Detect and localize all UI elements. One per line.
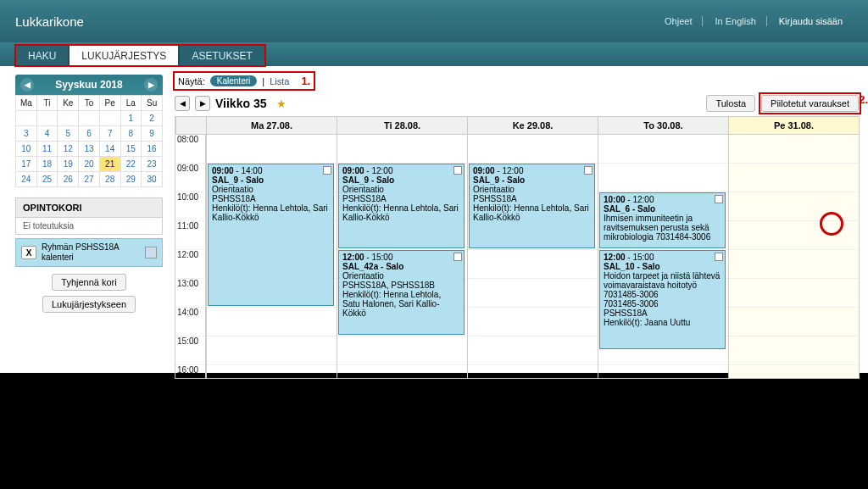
minical-day: [16, 111, 37, 126]
event-tue-1[interactable]: 09:00 - 12:00SAL_9 - SaloOrientaatioPSHS…: [338, 164, 465, 248]
minical-day[interactable]: 22: [120, 157, 142, 172]
view-label: Näytä:: [178, 76, 205, 86]
minical-day[interactable]: 8: [120, 126, 142, 142]
event-pin-icon[interactable]: [715, 195, 723, 203]
dayhead-mon: Ma 27.08.: [206, 117, 337, 135]
clear-basket-button[interactable]: Tyhjennä kori: [52, 274, 125, 291]
week-title: Viikko 35: [215, 97, 266, 110]
minical-dow: Ke: [58, 96, 79, 111]
language-link[interactable]: In English: [715, 16, 766, 26]
minical-day[interactable]: 16: [142, 142, 163, 157]
minical-day[interactable]: 24: [16, 172, 37, 187]
minical-day[interactable]: 30: [142, 172, 163, 187]
event-pin-icon[interactable]: [453, 166, 462, 175]
minical-day[interactable]: 29: [120, 172, 142, 187]
login-link[interactable]: Kirjaudu sisään: [779, 16, 853, 26]
minical-day[interactable]: 27: [79, 172, 100, 187]
day-col-wed: 09:00 - 12:00SAL_9 - SaloOrientaatioPSHS…: [467, 135, 598, 379]
minical-dow: To: [79, 96, 100, 111]
basket-remove-button[interactable]: X: [21, 246, 36, 259]
calendar-grid: Ma 27.08. Ti 28.08. Ke 29.08. To 30.08. …: [175, 116, 860, 379]
minical-day[interactable]: 21: [99, 157, 120, 172]
minical-day[interactable]: 9: [142, 126, 163, 142]
calendar-main: Näytä: Kalenteri | Lista 1. ◀ ▶ Viikko 3…: [170, 66, 868, 379]
day-col-thu: 10:00 - 12:00SAL_6 - SaloIhmisen immunit…: [598, 135, 728, 379]
event-pin-icon[interactable]: [323, 166, 331, 175]
event-wed[interactable]: 09:00 - 12:00SAL_9 - SaloOrientaatioPSHS…: [469, 164, 595, 248]
hour-label: 08:00: [175, 135, 206, 164]
minical-day[interactable]: 18: [36, 157, 58, 172]
minical-day[interactable]: 23: [142, 157, 163, 172]
basket-empty-text: Ei toteutuksia: [15, 218, 163, 235]
minical-day[interactable]: 7: [99, 126, 120, 142]
minical-day[interactable]: 3: [16, 126, 37, 142]
dayhead-fri: Pe 31.08.: [728, 117, 859, 135]
minical-prev[interactable]: ◀: [20, 78, 34, 92]
minical-dow: Ti: [36, 96, 58, 111]
event-tue-2[interactable]: 12:00 - 15:00SAL_42a - SaloOrientaatioPS…: [338, 250, 465, 335]
week-title-row: ◀ ▶ Viikko 35 ★ Tulosta Piilotetut varau…: [175, 94, 860, 113]
minical-day[interactable]: 14: [99, 142, 120, 157]
hour-label: 13:00: [175, 279, 206, 308]
add-schedule-button[interactable]: Lukujärjestykseen: [42, 296, 136, 313]
minical-day[interactable]: 28: [99, 172, 120, 187]
minical-month: Syyskuu 2018: [55, 79, 122, 91]
hour-label: 14:00: [175, 308, 206, 336]
minical-day: [99, 111, 120, 126]
dayhead-wed: Ke 29.08.: [467, 117, 598, 135]
minical-day: [79, 111, 100, 126]
minical-day[interactable]: 17: [16, 157, 37, 172]
print-button[interactable]: Tulosta: [706, 95, 755, 112]
view-toggle: Näytä: Kalenteri | Lista 1.: [175, 73, 314, 89]
minical-day[interactable]: 1: [120, 111, 142, 126]
minical-day[interactable]: 5: [58, 126, 79, 142]
minical-day[interactable]: 13: [79, 142, 100, 157]
basket-item-label: Ryhmän PSHSS18A kalenteri: [42, 242, 140, 263]
event-pin-icon[interactable]: [453, 253, 462, 261]
day-col-mon: 09:00 - 14:00SAL_9 - SaloOrientaatioPSHS…: [206, 135, 337, 379]
basket-item-icon[interactable]: [145, 247, 157, 258]
minical-day[interactable]: 15: [120, 142, 142, 157]
view-calendar-pill[interactable]: Kalenteri: [210, 75, 257, 86]
minical-day[interactable]: 19: [58, 157, 79, 172]
dayhead-thu: To 30.08.: [598, 117, 728, 135]
app-header: Lukkarikone Ohjeet In English Kirjaudu s…: [0, 0, 868, 42]
minical-day[interactable]: 6: [79, 126, 100, 142]
brand-title: Lukkarikone: [15, 14, 84, 29]
event-mon[interactable]: 09:00 - 14:00SAL_9 - SaloOrientaatioPSHS…: [208, 164, 334, 306]
time-corner: [175, 117, 206, 135]
event-thu-1[interactable]: 10:00 - 12:00SAL_6 - SaloIhmisen immunit…: [599, 192, 726, 248]
minical-day[interactable]: 4: [36, 126, 58, 142]
annotation-1: 1.: [301, 75, 310, 87]
minical-day[interactable]: 12: [58, 142, 79, 157]
tabs-bar: HAKU LUKUJÄRJESTYS ASETUKSET: [0, 42, 868, 66]
minical-header: ◀ Syyskuu 2018 ▶: [15, 75, 163, 95]
minical-day[interactable]: 20: [79, 157, 100, 172]
minical-day: [36, 111, 58, 126]
event-pin-icon[interactable]: [715, 253, 723, 261]
hidden-reservations-button[interactable]: Piilotetut varaukset: [761, 95, 859, 112]
minical-day[interactable]: 11: [36, 142, 58, 157]
minical-day: [58, 111, 79, 126]
help-link[interactable]: Ohjeet: [665, 16, 703, 26]
tab-schedule[interactable]: LUKUJÄRJESTYS: [69, 45, 179, 66]
event-thu-2[interactable]: 12:00 - 15:00SAL_10 - SaloHoidon tarpeet…: [599, 250, 726, 349]
time-column: 08:0009:0010:0011:0012:0013:0014:0015:00…: [175, 135, 206, 379]
event-pin-icon[interactable]: [584, 166, 593, 175]
week-next-button[interactable]: ▶: [195, 96, 210, 111]
minical-day[interactable]: 25: [36, 172, 58, 187]
view-list-link[interactable]: Lista: [270, 76, 289, 86]
week-prev-button[interactable]: ◀: [175, 96, 190, 111]
star-icon[interactable]: ★: [276, 97, 287, 110]
minical-day[interactable]: 2: [142, 111, 163, 126]
tab-settings[interactable]: ASETUKSET: [179, 45, 264, 66]
dayhead-tue: Ti 28.08.: [337, 117, 467, 135]
minical-day[interactable]: 26: [58, 172, 79, 187]
minical-next[interactable]: ▶: [144, 78, 158, 92]
hour-label: 09:00: [175, 164, 206, 192]
tab-search[interactable]: HAKU: [15, 45, 69, 66]
hour-label: 15:00: [175, 336, 206, 365]
minical-day[interactable]: 10: [16, 142, 37, 157]
hour-label: 11:00: [175, 221, 206, 250]
hour-label: 10:00: [175, 192, 206, 221]
